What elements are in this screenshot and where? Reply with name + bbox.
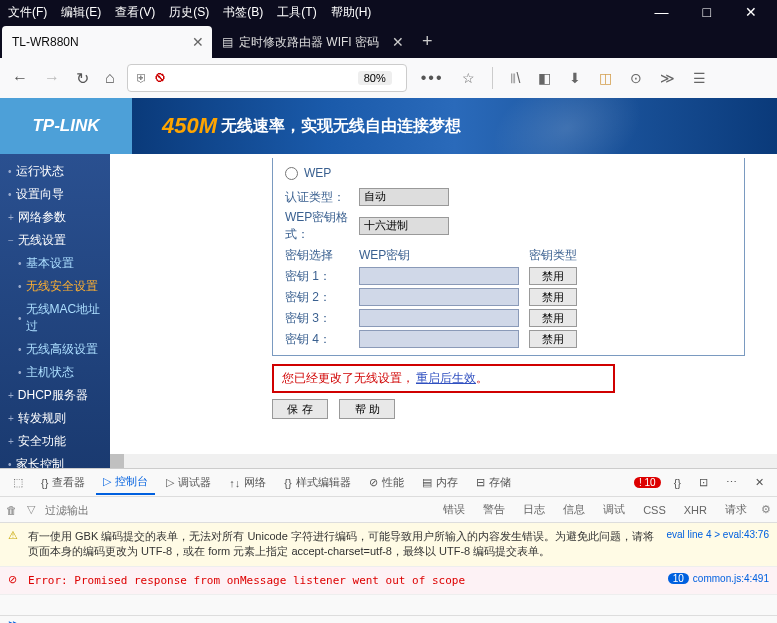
- filter-funnel-icon[interactable]: ▽: [27, 503, 35, 516]
- filter-requests[interactable]: 请求: [721, 500, 751, 519]
- error-count-badge[interactable]: ! 10: [634, 477, 661, 488]
- filter-warnings[interactable]: 警告: [479, 500, 509, 519]
- filter-xhr[interactable]: XHR: [680, 502, 711, 518]
- devtab-inspector[interactable]: {} 查看器: [34, 471, 92, 494]
- restart-link[interactable]: 重启后生效: [416, 370, 476, 387]
- new-tab-button[interactable]: +: [422, 31, 433, 52]
- sidebar-item-wizard[interactable]: •设置向导: [0, 183, 110, 206]
- sidebar-item-security[interactable]: •无线安全设置: [0, 275, 110, 298]
- sidebar-item-dhcp[interactable]: +DHCP服务器: [0, 384, 110, 407]
- page-actions-icon[interactable]: •••: [421, 69, 444, 87]
- filter-input[interactable]: [45, 504, 195, 516]
- console-input[interactable]: ≫: [0, 615, 777, 623]
- key4-input[interactable]: [359, 330, 519, 348]
- address-bar[interactable]: ⛨ 🛇 80%: [127, 64, 407, 92]
- menu-help[interactable]: 帮助(H): [331, 4, 372, 21]
- help-button[interactable]: 帮 助: [339, 399, 395, 419]
- reload-button[interactable]: ↻: [72, 65, 93, 92]
- pocket-icon[interactable]: ⊙: [630, 70, 642, 86]
- maximize-button[interactable]: □: [703, 4, 711, 20]
- filter-css[interactable]: CSS: [639, 502, 670, 518]
- error-icon: ⊘: [8, 573, 22, 586]
- error-message: Error: Promised response from onMessage …: [28, 573, 660, 588]
- menu-bookmarks[interactable]: 书签(B): [223, 4, 263, 21]
- sidebar-icon[interactable]: ◧: [538, 70, 551, 86]
- main-panel: WEP 认证类型： 自动 WEP密钥格式： 十六进制 密钥选择 WEP密钥 密钥…: [110, 154, 777, 468]
- sidebar-item-advanced[interactable]: •无线高级设置: [0, 338, 110, 361]
- sidebar-item-secfunc[interactable]: +安全功能: [0, 430, 110, 453]
- sidebar-item-forward[interactable]: +转发规则: [0, 407, 110, 430]
- save-button[interactable]: 保 存: [272, 399, 328, 419]
- download-icon[interactable]: ⬇: [569, 70, 581, 86]
- devtools-menu-icon[interactable]: ⋯: [719, 472, 744, 493]
- nav-toolbar: ← → ↻ ⌂ ⛨ 🛇 80% ••• ☆ ⫴\ ◧ ⬇ ◫ ⊙ ≫ ☰: [0, 58, 777, 98]
- key1-disable-button[interactable]: 禁用: [529, 267, 577, 285]
- filter-debug[interactable]: 调试: [599, 500, 629, 519]
- wep-panel: WEP 认证类型： 自动 WEP密钥格式： 十六进制 密钥选择 WEP密钥 密钥…: [272, 158, 745, 356]
- forward-button[interactable]: →: [40, 65, 64, 91]
- window-controls: — □ ✕: [655, 4, 771, 20]
- horizontal-scrollbar[interactable]: [110, 454, 777, 468]
- devtab-debugger[interactable]: ▷ 调试器: [159, 471, 218, 494]
- console-error-row: ⊘ Error: Promised response from onMessag…: [0, 567, 777, 595]
- bookmark-star-icon[interactable]: ☆: [462, 70, 475, 86]
- blocked-icon: 🛇: [154, 71, 166, 85]
- key1-input[interactable]: [359, 267, 519, 285]
- error-source[interactable]: 10common.js:4:491: [668, 573, 769, 584]
- devtab-memory[interactable]: ▤ 内存: [415, 471, 465, 494]
- extension-icon[interactable]: ◫: [599, 70, 612, 86]
- devtools-dock-icon[interactable]: ⊡: [692, 472, 715, 493]
- tab-title: 定时修改路由器 WIFI 密码: [239, 34, 379, 51]
- devtab-style[interactable]: {} 样式编辑器: [277, 471, 357, 494]
- devtools-more-icon[interactable]: {}: [667, 473, 688, 493]
- browser-tab-active[interactable]: TL-WR880N ✕: [2, 26, 212, 58]
- sidebar-item-basic[interactable]: •基本设置: [0, 252, 110, 275]
- back-button[interactable]: ←: [8, 65, 32, 91]
- tab-close-icon[interactable]: ✕: [392, 34, 404, 50]
- wep-radio[interactable]: [285, 167, 298, 180]
- library-icon[interactable]: ⫴\: [510, 70, 520, 87]
- menu-view[interactable]: 查看(V): [115, 4, 155, 21]
- sidebar-item-parent[interactable]: •家长控制: [0, 453, 110, 468]
- devtab-network[interactable]: ↑↓ 网络: [222, 471, 273, 494]
- minimize-button[interactable]: —: [655, 4, 669, 20]
- sidebar-item-hoststatus[interactable]: •主机状态: [0, 361, 110, 384]
- close-window-button[interactable]: ✕: [745, 4, 757, 20]
- hdr-keytype: 密钥类型: [529, 247, 577, 264]
- tab-close-icon[interactable]: ✕: [192, 34, 204, 50]
- key2-disable-button[interactable]: 禁用: [529, 288, 577, 306]
- menu-file[interactable]: 文件(F): [8, 4, 47, 21]
- key4-disable-button[interactable]: 禁用: [529, 330, 577, 348]
- browser-tab-inactive[interactable]: ▤ 定时修改路由器 WIFI 密码 ✕: [212, 26, 412, 58]
- filter-info[interactable]: 信息: [559, 500, 589, 519]
- banner-speed: 450M: [162, 113, 217, 139]
- key3-input[interactable]: [359, 309, 519, 327]
- filter-settings-icon[interactable]: ⚙: [761, 503, 771, 516]
- sidebar-item-wireless[interactable]: −无线设置: [0, 229, 110, 252]
- filter-logs[interactable]: 日志: [519, 500, 549, 519]
- menu-edit[interactable]: 编辑(E): [61, 4, 101, 21]
- warning-source[interactable]: eval line 4 > eval:43:76: [666, 529, 769, 540]
- devtab-console[interactable]: ▷ 控制台: [96, 470, 155, 495]
- filter-errors[interactable]: 错误: [439, 500, 469, 519]
- app-menu-icon[interactable]: ☰: [693, 70, 706, 86]
- devtab-perf[interactable]: ⊘ 性能: [362, 471, 411, 494]
- home-button[interactable]: ⌂: [101, 65, 119, 91]
- devtools-close-icon[interactable]: ✕: [748, 472, 771, 493]
- menu-tools[interactable]: 工具(T): [277, 4, 316, 21]
- zoom-badge[interactable]: 80%: [358, 71, 392, 85]
- sidebar-item-network[interactable]: +网络参数: [0, 206, 110, 229]
- scroll-thumb[interactable]: [110, 454, 124, 468]
- devtab-storage[interactable]: ⊟ 存储: [469, 471, 518, 494]
- key2-input[interactable]: [359, 288, 519, 306]
- overflow-icon[interactable]: ≫: [660, 70, 675, 86]
- format-select[interactable]: 十六进制: [359, 217, 449, 235]
- sidebar-item-status[interactable]: •运行状态: [0, 160, 110, 183]
- tab-favicon: ▤: [222, 35, 233, 49]
- sidebar-item-macfilter[interactable]: •无线MAC地址过: [0, 298, 110, 338]
- auth-select[interactable]: 自动: [359, 188, 449, 206]
- menu-history[interactable]: 历史(S): [169, 4, 209, 21]
- clear-console-icon[interactable]: 🗑: [6, 504, 17, 516]
- key3-disable-button[interactable]: 禁用: [529, 309, 577, 327]
- inspector-pick-icon[interactable]: ⬚: [6, 472, 30, 493]
